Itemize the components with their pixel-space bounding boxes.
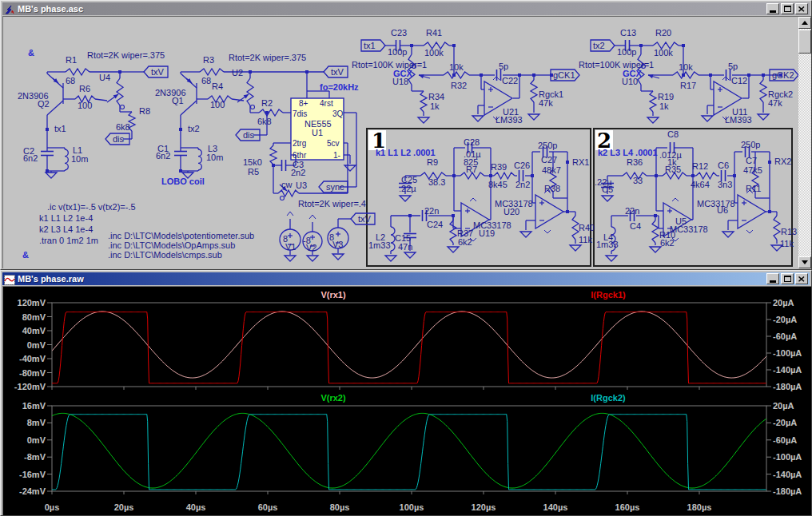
- svg-text:Q1: Q1: [172, 96, 184, 105]
- svg-text:Q2: Q2: [38, 99, 50, 109]
- svg-text:7dis: 7dis: [293, 109, 307, 118]
- svg-text:100: 100: [210, 100, 225, 109]
- svg-text:.inc D:\LTC\Models\OpAmps.sub: .inc D:\LTC\Models\OpAmps.sub: [108, 240, 235, 250]
- waveform-titlebar[interactable]: MB's phase.raw: [2, 272, 810, 285]
- svg-text:MC33178: MC33178: [697, 199, 735, 208]
- svg-text:dis: dis: [243, 130, 255, 140]
- svg-text:3Q: 3Q: [332, 109, 344, 118]
- svg-text:k1 L1 L2 .0001: k1 L1 L2 .0001: [376, 148, 436, 157]
- svg-text:txV: txV: [331, 67, 344, 77]
- schematic-drawing: txVdistxVdissynctxVtx1gCK1tx2gCK2&R168Rt…: [3, 17, 811, 268]
- svg-text:6n2: 6n2: [23, 153, 38, 163]
- svg-text:&: &: [22, 250, 29, 260]
- svg-text:R6: R6: [79, 84, 90, 93]
- svg-text:100k: 100k: [424, 48, 444, 58]
- svg-text:R7: R7: [466, 165, 477, 174]
- svg-text:Rtot=2K wiper=.375: Rtot=2K wiper=.375: [87, 50, 165, 60]
- scroll-up-button[interactable]: [798, 17, 811, 29]
- svg-text:68: 68: [66, 76, 75, 85]
- svg-text:k1 L1 L2 1e-4: k1 L1 L2 1e-4: [39, 213, 93, 223]
- svg-text:1m33: 1m33: [596, 240, 619, 249]
- svg-text:6k8: 6k8: [257, 117, 272, 126]
- svg-text:-60µA: -60µA: [773, 435, 797, 445]
- svg-text:180µs: 180µs: [687, 502, 712, 512]
- scroll-down-button[interactable]: [798, 256, 811, 268]
- svg-text:5p: 5p: [499, 62, 508, 71]
- svg-text:C13: C13: [620, 28, 636, 38]
- svg-text:20µA: 20µA: [773, 401, 794, 411]
- svg-text:C23: C23: [391, 28, 407, 38]
- svg-text:V3: V3: [332, 240, 343, 249]
- schematic-vertical-scrollbar[interactable]: [798, 17, 811, 268]
- svg-text:txV: txV: [151, 67, 165, 77]
- maximize-button[interactable]: [781, 3, 794, 14]
- svg-text:47k: 47k: [768, 98, 782, 108]
- close-button[interactable]: [795, 3, 808, 14]
- maximize-icon: [784, 6, 791, 12]
- svg-text:R20: R20: [655, 28, 671, 38]
- svg-text:dis: dis: [113, 134, 125, 144]
- svg-text:-140µA: -140µA: [773, 365, 802, 375]
- svg-text:11k: 11k: [579, 235, 592, 244]
- svg-text:.tran 0 1m2 1m: .tran 0 1m2 1m: [39, 236, 98, 245]
- svg-text:48k7: 48k7: [542, 165, 561, 175]
- svg-text:20µA: 20µA: [773, 298, 794, 308]
- scrollbar-thumb[interactable]: [798, 30, 811, 54]
- svg-text:C8: C8: [667, 129, 679, 139]
- svg-text:R41: R41: [426, 28, 442, 38]
- svg-text:0mV: 0mV: [27, 435, 46, 445]
- minimize-icon: [770, 10, 776, 13]
- svg-text:C24: C24: [427, 220, 443, 229]
- svg-text:sync: sync: [326, 182, 344, 192]
- svg-text:120µs: 120µs: [472, 502, 496, 512]
- maximize-button[interactable]: [781, 273, 794, 284]
- svg-text:tx2: tx2: [593, 41, 605, 50]
- svg-text:2n2: 2n2: [291, 168, 305, 177]
- svg-text:C27: C27: [541, 155, 557, 165]
- svg-text:R2: R2: [261, 98, 273, 108]
- svg-text:80µs: 80µs: [330, 502, 350, 512]
- svg-text:8mV: 8mV: [27, 418, 46, 427]
- svg-text:R12: R12: [692, 161, 708, 171]
- svg-text:40µs: 40µs: [186, 502, 206, 512]
- svg-text:100p: 100p: [388, 47, 407, 57]
- svg-text:11k: 11k: [780, 239, 794, 248]
- schematic-titlebar[interactable]: MB's phase.asc: [2, 2, 810, 15]
- svg-text:txV: txV: [358, 214, 372, 224]
- svg-text:6thr: 6thr: [293, 151, 307, 160]
- schematic-window: MB's phase.asc txVdistxVdissynctxVtx1gCK…: [0, 0, 812, 270]
- close-button[interactable]: [795, 273, 808, 284]
- schematic-canvas[interactable]: txVdistxVdissynctxVtx1gCK1tx2gCK2&R168Rt…: [2, 16, 811, 268]
- svg-text:160µs: 160µs: [615, 502, 640, 512]
- waveform-plot-area[interactable]: 120mV80mV40mV0mV-40mV-80mV-120mV20µA-20µ…: [2, 286, 811, 515]
- svg-text:tx2: tx2: [188, 124, 200, 133]
- svg-text:C7: C7: [746, 156, 757, 165]
- svg-text:3n3: 3n3: [718, 180, 732, 189]
- svg-text:2n2: 2n2: [515, 180, 530, 189]
- svg-text:0mV: 0mV: [27, 340, 46, 350]
- svg-text:4rst: 4rst: [320, 99, 333, 108]
- waveform-plot: 120mV80mV40mV0mV-40mV-80mV-120mV20µA-20µ…: [3, 287, 811, 515]
- svg-text:U10: U10: [622, 77, 638, 86]
- svg-text:8k45: 8k45: [488, 180, 508, 189]
- svg-text:-20µA: -20µA: [773, 315, 797, 324]
- minimize-button[interactable]: [766, 273, 779, 284]
- svg-text:U18: U18: [392, 77, 408, 86]
- schematic-window-title: MB's phase.asc: [18, 4, 764, 14]
- svg-text:I(Rgck2): I(Rgck2): [591, 393, 626, 403]
- waveform-window: MB's phase.raw 120mV80mV40mV0mV-40mV-80m…: [0, 270, 812, 516]
- svg-text:250p: 250p: [741, 140, 760, 149]
- svg-text:-8mV: -8mV: [24, 452, 46, 462]
- ltspice-icon: [4, 4, 15, 14]
- svg-text:R4: R4: [212, 81, 223, 91]
- svg-text:100: 100: [78, 101, 92, 110]
- svg-text:RX1: RX1: [572, 157, 589, 167]
- svg-text:C26: C26: [514, 161, 530, 170]
- svg-text:5cv: 5cv: [327, 139, 340, 148]
- svg-text:22n: 22n: [424, 206, 439, 216]
- minimize-button[interactable]: [766, 3, 779, 14]
- svg-text:100p: 100p: [617, 47, 636, 57]
- svg-text:-40mV: -40mV: [19, 354, 46, 363]
- svg-text:0µs: 0µs: [45, 502, 60, 512]
- arrow-down-icon: [802, 260, 808, 264]
